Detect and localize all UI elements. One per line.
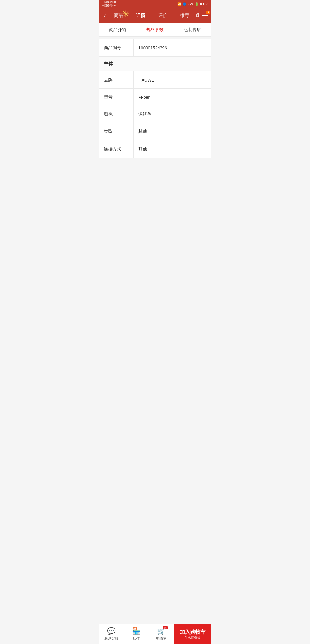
empty-content-area bbox=[99, 160, 211, 332]
spec-label-brand: 品牌 bbox=[99, 71, 134, 88]
nav-actions: ⎙ ••• 6 bbox=[196, 12, 208, 19]
share-icon: ⎙ bbox=[196, 12, 199, 19]
spec-row-product-id: 商品编号 100001524396 bbox=[99, 39, 211, 57]
tab-product[interactable]: 商品 bbox=[112, 11, 125, 20]
tab-detail[interactable]: 详情 bbox=[134, 11, 148, 20]
spec-section-header: 主体 bbox=[99, 57, 211, 71]
status-right: 📶 🔵 77% 🔋 09:53 bbox=[177, 2, 208, 6]
spec-row-connection: 连接方式 其他 bbox=[99, 140, 211, 158]
battery-info: 77% 🔋 bbox=[188, 2, 199, 6]
tab-recommend[interactable]: 推荐 bbox=[178, 11, 192, 20]
spec-label-model: 型号 bbox=[99, 89, 134, 106]
spec-label-color: 颜色 bbox=[99, 106, 134, 123]
spec-value-brand: HAUWEI bbox=[134, 71, 211, 88]
spec-row-color: 颜色 深锗色 bbox=[99, 106, 211, 123]
spec-value-color: 深锗色 bbox=[134, 106, 211, 123]
subtab-intro[interactable]: 商品介绍 bbox=[99, 23, 136, 36]
spec-label-connection: 连接方式 bbox=[99, 140, 134, 158]
carrier-info: 中国移动HD 中国移动HD bbox=[102, 1, 116, 7]
spec-row-model: 型号 M-pen bbox=[99, 89, 211, 106]
spec-row-brand: 品牌 HAUWEI bbox=[99, 71, 211, 89]
nav-tabs: 商品 详情 评价 推荐 bbox=[107, 11, 196, 20]
more-badge: 6 bbox=[206, 11, 210, 14]
spec-value-model: M-pen bbox=[134, 89, 211, 106]
tab-review[interactable]: 评价 bbox=[156, 11, 170, 20]
spec-value-product-id: 100001524396 bbox=[134, 39, 211, 56]
more-button[interactable]: ••• 6 bbox=[202, 12, 208, 19]
back-button[interactable]: ‹ bbox=[102, 10, 107, 21]
spec-label-product-id: 商品编号 bbox=[99, 39, 134, 56]
spec-row-type: 类型 其他 bbox=[99, 123, 211, 140]
spec-section-label: 主体 bbox=[99, 57, 134, 71]
spec-value-type: 其他 bbox=[134, 123, 211, 140]
network-icon: 📶 bbox=[177, 2, 181, 6]
share-button[interactable]: ⎙ bbox=[196, 12, 199, 19]
spec-label-type: 类型 bbox=[99, 123, 134, 140]
subtab-package[interactable]: 包装售后 bbox=[174, 23, 211, 36]
top-nav: ✳ ‹ 商品 详情 评价 推荐 ⎙ ••• 6 bbox=[99, 8, 211, 23]
time-display: 09:53 bbox=[200, 2, 208, 6]
main-content: 商品编号 100001524396 主体 品牌 HAUWEI 型号 M-pen … bbox=[99, 39, 211, 332]
subtab-spec[interactable]: 规格参数 bbox=[136, 23, 174, 36]
spec-value-connection: 其他 bbox=[134, 140, 211, 158]
spec-table: 商品编号 100001524396 主体 品牌 HAUWEI 型号 M-pen … bbox=[99, 39, 211, 158]
sub-tabs: 商品介绍 规格参数 包装售后 bbox=[99, 23, 211, 37]
bluetooth-icon: 🔵 bbox=[183, 2, 187, 6]
status-bar: 中国移动HD 中国移动HD 📶 🔵 77% 🔋 09:53 bbox=[99, 0, 211, 8]
